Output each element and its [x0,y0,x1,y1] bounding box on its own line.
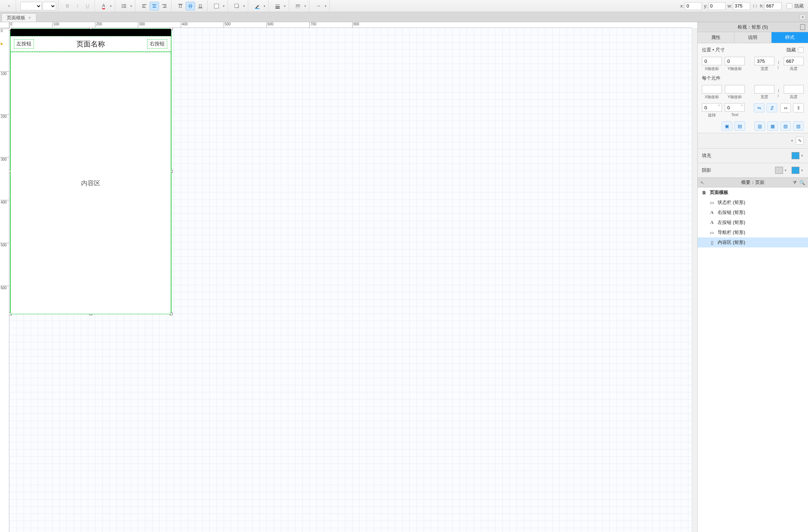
left-button-slot[interactable]: 左按钮 [14,39,34,49]
arrow-button[interactable] [314,2,323,10]
border-color-button[interactable] [253,2,262,10]
flip-h-button[interactable]: ⇋ [754,103,764,112]
insp-y-input[interactable] [725,57,745,65]
fill-button[interactable] [212,2,221,10]
each-y-input[interactable] [725,85,745,94]
bullets-dd[interactable]: ▾ [129,4,133,8]
undo-dd[interactable]: ▾ [4,2,14,10]
outline-item[interactable]: 右按钮 (矩形) [698,207,808,217]
valign-middle-button[interactable] [186,2,195,10]
inner-shadow-swatch[interactable] [792,167,799,174]
insp-w-input[interactable] [754,57,774,65]
tab-page-template[interactable]: 页面模板 × [1,13,36,22]
outline-collapse-icon[interactable]: ↖ [700,180,704,185]
outer-shadow-swatch[interactable] [775,167,783,174]
outline-item-label: 内容区 (矩形) [718,239,745,246]
each-w-input[interactable] [754,85,774,94]
line-width-button[interactable] [273,2,282,10]
group-button[interactable]: ▧ [780,121,791,131]
order-backward-button[interactable]: ▦ [767,121,778,131]
lock-icon[interactable]: ⟮ ⟯ [752,4,758,9]
insp-h-input[interactable] [784,57,804,65]
text-color-button[interactable]: A [99,2,108,10]
order-front-button[interactable]: ▣ [722,121,732,131]
fill-dd[interactable]: ▾ [222,4,225,8]
svg-rect-19 [198,7,203,8]
line-width-dd[interactable]: ▾ [283,4,286,8]
font-family-select[interactable] [20,2,42,10]
txt-lab: Text [731,112,738,117]
underline-button[interactable]: U [83,2,92,10]
tab-desc[interactable]: 说明 [734,32,771,43]
fill-dd2[interactable]: ▾ [800,154,804,157]
outline-header: ↖ 概要：页面 ⧩ 🔍 [698,177,808,187]
doc-icon[interactable] [800,24,805,30]
filter-icon[interactable]: ⧩ [793,180,797,186]
ungroup-button[interactable]: ▨ [793,121,804,131]
rect-icon [709,200,715,205]
insp-x-input[interactable] [702,57,722,65]
ruler-horizontal[interactable]: 0100200300400500600700800 [9,22,692,28]
rect-icon [709,230,715,235]
fit-h-button[interactable]: ⇕ [793,103,804,112]
valign-top-button[interactable] [176,2,185,10]
outline-list[interactable]: 页面模板状态栏 (矩形)右按钮 (矩形)左按钮 (矩形)导航栏 (矩形)内容区 … [698,187,808,532]
lock-icon2[interactable]: ⟮ ⟯ [777,87,781,98]
border-color-dd[interactable]: ▾ [263,4,266,8]
each-h-input[interactable] [784,85,804,94]
canvas[interactable]: 0100200300400500600700800 ◣ 010020030040… [0,22,697,532]
inner-shadow-dd[interactable]: ▾ [800,169,804,172]
shadow-dd[interactable]: ▾ [242,4,246,8]
fill-swatch[interactable] [792,152,799,159]
canvas-stage[interactable]: 页面名称 左按钮 右按钮 内容区 [9,28,692,532]
w-input[interactable] [733,2,750,10]
svg-rect-9 [152,4,156,5]
ruler-vertical[interactable]: ◣ 0100200300400500600 [0,28,9,532]
h-input[interactable] [764,2,782,10]
tab-attr[interactable]: 属性 [698,32,734,43]
x-input[interactable] [685,2,702,10]
tab-close-icon[interactable]: × [28,15,31,20]
each-x-input[interactable] [702,85,722,94]
ruler-h-tick: 0 [9,22,13,27]
x-label: x: [680,3,684,9]
outline-item[interactable]: 内容区 (矩形) [698,237,808,247]
hide-checkbox[interactable] [787,3,792,9]
hide-checkbox2[interactable] [798,47,804,53]
lock-icon[interactable]: ⟮ ⟯ [777,59,781,70]
each-y-lab: Y轴坐标 [728,94,742,100]
align-right-button[interactable] [160,2,169,10]
order-back-button[interactable]: ▥ [754,121,765,131]
content-rect[interactable]: 内容区 [10,52,171,314]
inspector-header: 检视：矩形 (5) [698,22,808,32]
text-color-dd[interactable]: ▾ [109,4,113,8]
valign-bottom-button[interactable] [196,2,205,10]
shadow-button[interactable] [232,2,241,10]
align-center-button[interactable] [150,2,159,10]
arrow-dd[interactable]: ▾ [324,4,327,8]
outline-item[interactable]: 页面模板 [698,187,808,197]
preset-dd[interactable]: ▾ [790,139,794,142]
bold-button[interactable]: B [63,2,72,10]
align-left-button[interactable] [140,2,149,10]
italic-button[interactable]: I [73,2,82,10]
bullets-button[interactable] [119,2,129,10]
line-style-button[interactable] [293,2,303,10]
fit-w-button[interactable]: ⇔ [780,103,791,112]
tabs-overflow-button[interactable]: ▾ [799,14,806,20]
outline-item[interactable]: 状态栏 (矩形) [698,197,808,207]
right-button-slot[interactable]: 右按钮 [147,39,167,49]
outline-item[interactable]: 导航栏 (矩形) [698,227,808,237]
preset-apply-icon[interactable]: ✎ [796,137,804,145]
flip-v-button[interactable]: ⇵ [767,103,777,112]
y-input[interactable] [708,2,725,10]
fill-row: 填充 ▾ [698,148,808,163]
order-forward-button[interactable]: ▤ [734,121,745,131]
font-size-select[interactable] [43,2,56,10]
tab-style[interactable]: 样式 [772,32,808,43]
outer-shadow-dd[interactable]: ▾ [784,169,787,172]
outline-item[interactable]: 左按钮 (矩形) [698,217,808,227]
search-icon[interactable]: 🔍 [799,180,805,186]
status-bar-rect[interactable] [10,29,171,36]
line-style-dd[interactable]: ▾ [303,4,307,8]
